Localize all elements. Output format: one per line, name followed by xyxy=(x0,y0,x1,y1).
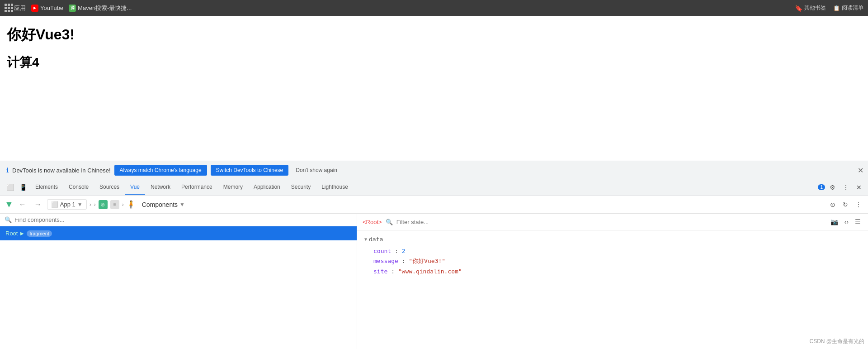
state-header: <Root> 🔍 📷 ‹› ☰ xyxy=(357,214,868,230)
count-value: 2 xyxy=(402,248,406,254)
right-panel: <Root> 🔍 📷 ‹› ☰ ▼ data count : 2 message… xyxy=(357,214,868,349)
app-selector[interactable]: ⬜ App 1 ▼ xyxy=(47,199,87,210)
root-tag-label: Root xyxy=(5,230,18,237)
reading-list-label: 阅读清单 xyxy=(842,4,863,12)
youtube-bookmark[interactable]: YouTube xyxy=(31,5,63,12)
triangle-icon: ▼ xyxy=(364,237,367,242)
tab-console[interactable]: Console xyxy=(63,180,94,195)
data-row-message: message : "你好Vue3!" xyxy=(364,256,861,267)
count-key: count xyxy=(373,248,391,254)
vue-devtools-bar: ▼ ← → ⬜ App 1 ▼ › › ◎ ≡ › 🧍 Components ▼… xyxy=(0,196,868,214)
info-icon: ℹ xyxy=(6,167,9,174)
site-key: site xyxy=(373,268,387,275)
settings-btn[interactable]: ⚙ xyxy=(827,182,838,193)
vue-right-buttons: ⊙ ↻ ⋮ xyxy=(828,199,863,210)
refresh-btn[interactable]: ↻ xyxy=(841,199,850,210)
data-row-count: count : 2 xyxy=(364,246,861,256)
left-panel: 🔍 Root ▶ fragment xyxy=(0,214,357,349)
maven-label: Maven搜索-最快捷... xyxy=(78,4,132,12)
device-toggle-btn[interactable]: 📱 xyxy=(17,182,30,193)
search-icon: 🔍 xyxy=(5,216,12,223)
message-key: message xyxy=(373,258,398,264)
other-bookmarks[interactable]: 🔖 其他书签 xyxy=(795,4,826,12)
state-more-btn[interactable]: ☰ xyxy=(853,216,863,227)
apps-label: 应用 xyxy=(14,4,26,12)
bookmarks-label: 其他书签 xyxy=(804,4,826,12)
switch-chinese-btn[interactable]: Switch DevTools to Chinese xyxy=(211,165,289,176)
tab-memory[interactable]: Memory xyxy=(218,180,248,195)
devtools-notification: ℹ DevTools is now available in Chinese! … xyxy=(0,161,868,179)
state-content: ▼ data count : 2 message : "你好Vue3!" sit… xyxy=(357,230,868,282)
breadcrumb-separator3: › xyxy=(122,201,124,208)
filter-state-input[interactable] xyxy=(396,219,825,225)
data-section-header: ▼ data xyxy=(364,236,861,243)
tab-application[interactable]: Application xyxy=(248,180,286,195)
tab-security[interactable]: Security xyxy=(286,180,316,195)
back-btn[interactable]: ← xyxy=(16,200,29,210)
bookmark-icon: 🔖 xyxy=(795,5,802,12)
reading-list[interactable]: 📋 阅读清单 xyxy=(833,4,863,12)
components-btn[interactable]: Components ▼ xyxy=(138,199,189,210)
page-content: 你好Vue3! 计算4 xyxy=(0,16,868,161)
data-row-site: site : "www.qindalin.com" xyxy=(364,267,861,276)
site-value: "www.qindalin.com" xyxy=(398,268,462,275)
close-devtools-btn[interactable]: ✕ xyxy=(854,182,864,193)
apps-grid-icon xyxy=(5,4,13,12)
component-search-bar: 🔍 xyxy=(0,214,357,226)
tabs-right: 1 ⚙ ⋮ ✕ xyxy=(818,182,864,193)
tab-vue[interactable]: Vue xyxy=(125,180,145,195)
root-tag: <Root> xyxy=(363,219,382,225)
toolbar-right: 🔖 其他书签 📋 阅读清单 xyxy=(795,4,863,12)
app-name: App 1 xyxy=(60,201,75,208)
fragment-badge: fragment xyxy=(27,230,52,237)
person-icon: 🧍 xyxy=(127,200,136,209)
tab-sources[interactable]: Sources xyxy=(94,180,125,195)
state-search-icon: 🔍 xyxy=(386,219,393,225)
dont-show-btn[interactable]: Don't show again xyxy=(292,165,341,176)
devtools-panel: 🔍 Root ▶ fragment <Root> 🔍 📷 ‹› ☰ ▼ xyxy=(0,214,868,349)
components-label: Components xyxy=(142,201,178,208)
page-subheading: 计算4 xyxy=(7,54,861,71)
vue-more-btn[interactable]: ⋮ xyxy=(854,199,863,210)
app-chevron-icon: ▼ xyxy=(77,201,83,208)
breadcrumb-separator2: › xyxy=(94,201,96,208)
notification-message: DevTools is now available in Chinese! xyxy=(12,167,111,174)
count-colon: : xyxy=(395,248,402,254)
message-colon: : xyxy=(402,258,409,264)
youtube-icon xyxy=(31,5,38,12)
tab-lighthouse[interactable]: Lighthouse xyxy=(316,180,354,195)
route-inactive-icon[interactable]: ≡ xyxy=(110,200,119,209)
always-match-btn[interactable]: Always match Chrome's language xyxy=(114,165,207,176)
apps-button[interactable]: 应用 xyxy=(5,4,26,12)
notification-close-icon[interactable]: ✕ xyxy=(858,166,863,175)
site-colon: : xyxy=(391,268,398,275)
screenshot-btn[interactable]: 📷 xyxy=(829,216,840,227)
code-btn[interactable]: ‹› xyxy=(843,216,850,227)
root-tree-item[interactable]: Root ▶ fragment xyxy=(0,226,357,240)
page-heading: 你好Vue3! xyxy=(7,25,861,45)
component-search-input[interactable] xyxy=(14,216,352,223)
arrow-icon: ▶ xyxy=(20,231,24,236)
tab-performance[interactable]: Performance xyxy=(176,180,218,195)
scroll-to-component-btn[interactable]: ⊙ xyxy=(828,199,837,210)
more-btn[interactable]: ⋮ xyxy=(840,182,852,193)
message-value: "你好Vue3!" xyxy=(409,258,445,264)
tab-network[interactable]: Network xyxy=(145,180,176,195)
route-active-icon[interactable]: ◎ xyxy=(99,200,108,209)
state-icons: 📷 ‹› ☰ xyxy=(829,216,863,227)
inspect-element-btn[interactable]: ⬜ xyxy=(4,182,17,193)
console-badge: 1 xyxy=(818,184,825,190)
reading-list-icon: 📋 xyxy=(833,5,840,11)
devtools-tabs: ⬜ 📱 Elements Console Sources Vue Network… xyxy=(0,179,868,196)
tab-elements[interactable]: Elements xyxy=(30,180,63,195)
vue-logo[interactable]: ▼ xyxy=(5,199,14,210)
chrome-toolbar: 应用 YouTube 源 Maven搜索-最快捷... 🔖 其他书签 📋 阅读清… xyxy=(0,0,868,16)
component-icon: ⬜ xyxy=(51,201,58,208)
component-tree: Root ▶ fragment xyxy=(0,226,357,349)
forward-btn[interactable]: → xyxy=(32,200,44,210)
youtube-label: YouTube xyxy=(40,5,63,11)
maven-bookmark[interactable]: 源 Maven搜索-最快捷... xyxy=(69,4,132,12)
source-icon: 源 xyxy=(69,5,76,12)
components-chevron-icon: ▼ xyxy=(179,201,185,208)
breadcrumb-separator: › xyxy=(90,201,91,208)
